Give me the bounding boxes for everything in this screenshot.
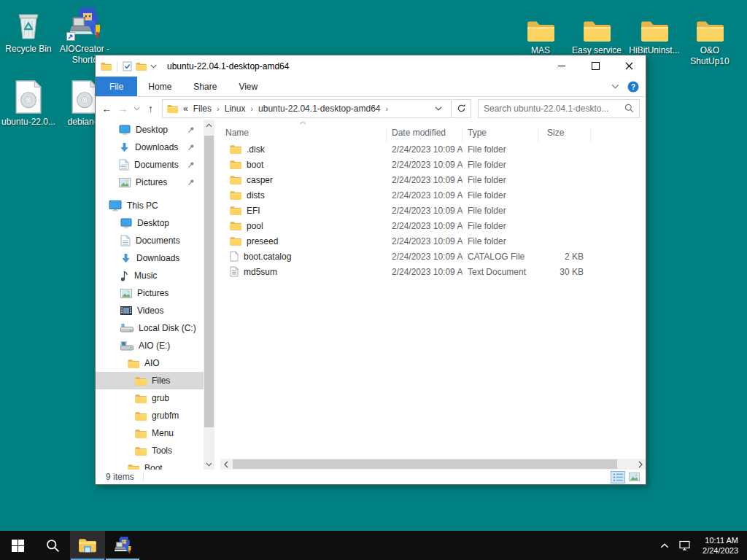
forward-button[interactable]: → [115, 100, 131, 117]
horizontal-scrollbar[interactable] [220, 459, 646, 470]
taskbar-file-explorer-button[interactable] [70, 531, 105, 560]
scrollbar-thumb[interactable] [204, 136, 214, 427]
expand-ribbon-chevron-icon[interactable] [611, 84, 619, 89]
breadcrumb-item-files[interactable]: Files [193, 104, 212, 114]
scrollbar-thumb[interactable] [233, 459, 617, 469]
nav-item-tools[interactable]: Tools [96, 442, 204, 459]
nav-item-files-selected[interactable]: Files [96, 372, 204, 389]
navigation-scrollbar[interactable] [204, 120, 214, 470]
nav-item-downloads[interactable]: Downloads [96, 249, 204, 267]
nav-item-grub[interactable]: grub [96, 389, 204, 407]
nav-item-grubfm[interactable]: grubfm [96, 407, 204, 424]
up-button[interactable]: ↑ [143, 100, 158, 117]
network-icon[interactable] [678, 540, 693, 551]
minimize-button[interactable] [545, 55, 578, 77]
file-row-dists[interactable]: dists 2/24/2023 10:09 AM File folder [220, 187, 646, 203]
title-bar[interactable]: ubuntu-22.04.1-desktop-amd64 [96, 55, 646, 77]
nav-item-documents[interactable]: Documents [96, 232, 204, 249]
scrollbar-track[interactable] [619, 459, 635, 469]
show-hidden-icons-chevron-icon[interactable] [660, 543, 669, 548]
file-row-boot-catalog[interactable]: boot.catalog 2/24/2023 10:09 AM CATALOG … [220, 249, 646, 264]
file-type: File folder [462, 160, 538, 170]
column-header-size[interactable]: Size [538, 128, 591, 141]
scroll-left-arrow[interactable] [220, 461, 231, 468]
nav-item-aio-drive-e[interactable]: AIO (E:) [96, 337, 204, 354]
file-row-efi[interactable]: EFI 2/24/2023 10:09 AM File folder [220, 203, 646, 218]
nav-item-desktop[interactable]: Desktop [96, 214, 204, 232]
nav-item-aio-folder[interactable]: AIO [96, 354, 204, 372]
start-button[interactable] [0, 531, 35, 560]
tab-share[interactable]: Share [182, 77, 228, 96]
recent-locations-chevron-icon[interactable] [133, 106, 140, 111]
breadcrumb-item-current[interactable]: ubuntu-22.04.1-desktop-amd64 [258, 104, 380, 114]
customize-qat-chevron-icon[interactable] [150, 64, 157, 69]
breadcrumb-item-linux[interactable]: Linux [225, 104, 246, 114]
taskbar-clock[interactable]: 10:11 AM 2/24/2023 [703, 535, 738, 556]
desktop-icon-recycle-bin[interactable]: Recycle Bin [0, 4, 57, 55]
column-header-name[interactable]: Name [220, 128, 387, 141]
folder-icon [135, 411, 147, 421]
maximize-button[interactable] [578, 55, 612, 77]
pin-icon [187, 161, 195, 168]
scroll-up-arrow[interactable] [204, 120, 214, 131]
file-row-casper[interactable]: casper 2/24/2023 10:09 AM File folder [220, 172, 646, 187]
hard-drive-icon [120, 324, 133, 333]
nav-item-pictures[interactable]: Pictures [96, 284, 204, 302]
tab-view[interactable]: View [228, 77, 268, 96]
close-button[interactable] [612, 55, 646, 77]
separator [143, 472, 144, 481]
breadcrumb-overflow[interactable]: « [183, 104, 188, 114]
back-button[interactable]: ← [99, 100, 115, 117]
search-box[interactable] [478, 99, 640, 118]
search-icon [46, 539, 60, 553]
desktop-icon-easy-service[interactable]: Easy service [568, 6, 625, 56]
nav-item-music[interactable]: Music [96, 267, 204, 284]
help-icon[interactable] [627, 81, 639, 93]
folder-icon [230, 144, 241, 154]
taskbar-search-button[interactable] [35, 531, 70, 560]
tab-home[interactable]: Home [137, 77, 182, 96]
file-name: boot.catalog [244, 252, 291, 262]
desktop-icon-mas[interactable]: MAS [512, 6, 569, 56]
large-icons-view-button[interactable] [627, 471, 641, 483]
properties-icon[interactable] [123, 61, 132, 71]
file-row-md5sum[interactable]: md5sum 2/24/2023 10:09 AM Text Document … [220, 264, 646, 279]
file-row-pool[interactable]: pool 2/24/2023 10:09 AM File folder [220, 218, 646, 233]
desktop-icon-ubuntu-iso[interactable]: ubuntu-22.0... [0, 77, 57, 128]
nav-item-menu[interactable]: Menu [96, 424, 204, 442]
nav-item-quick-downloads[interactable]: Downloads [96, 139, 204, 156]
nav-item-quick-desktop[interactable]: Desktop [96, 121, 204, 139]
nav-item-videos[interactable]: Videos [96, 302, 204, 319]
nav-item-this-pc[interactable]: This PC [96, 197, 204, 214]
file-row-boot[interactable]: boot 2/24/2023 10:09 AM File folder [220, 157, 646, 172]
desktop-icon-oo-shutup10[interactable]: O&O ShutUp10 [681, 6, 738, 67]
nav-item-quick-documents[interactable]: Documents [96, 156, 204, 174]
tab-file[interactable]: File [96, 77, 137, 96]
pin-icon [187, 179, 195, 186]
column-header-date-modified[interactable]: Date modified [387, 128, 462, 141]
nav-item-label: Boot [144, 463, 163, 470]
scroll-right-arrow[interactable] [635, 461, 646, 468]
folder-icon [527, 19, 554, 42]
scroll-down-arrow[interactable] [204, 459, 214, 470]
refresh-button[interactable] [452, 99, 471, 118]
file-type: CATALOG File [462, 252, 538, 262]
details-view-icon [613, 472, 624, 482]
file-name: EFI [247, 206, 260, 216]
search-input[interactable] [484, 104, 624, 114]
address-bar[interactable]: « Files › Linux › ubuntu-22.04.1-desktop… [162, 99, 452, 118]
details-view-button[interactable] [611, 471, 625, 483]
nav-item-quick-pictures[interactable]: Pictures [96, 174, 204, 191]
address-dropdown-chevron-icon[interactable] [426, 106, 451, 111]
nav-item-boot[interactable]: Boot [96, 459, 204, 470]
nav-item-local-disk-c[interactable]: Local Disk (C:) [96, 319, 204, 337]
desktop-icon-hibituninstaller[interactable]: HiBitUninst... [626, 6, 683, 56]
new-folder-icon[interactable] [136, 62, 147, 71]
clock-date: 2/24/2023 [703, 545, 738, 556]
folder-icon [230, 160, 241, 169]
file-row-preseed[interactable]: preseed 2/24/2023 10:09 AM File folder [220, 233, 646, 249]
taskbar-aiocreator-button[interactable] [105, 531, 140, 560]
file-row-disk[interactable]: .disk 2/24/2023 10:09 AM File folder [220, 141, 646, 157]
folder-icon [640, 19, 668, 42]
column-header-type[interactable]: Type [462, 128, 538, 141]
